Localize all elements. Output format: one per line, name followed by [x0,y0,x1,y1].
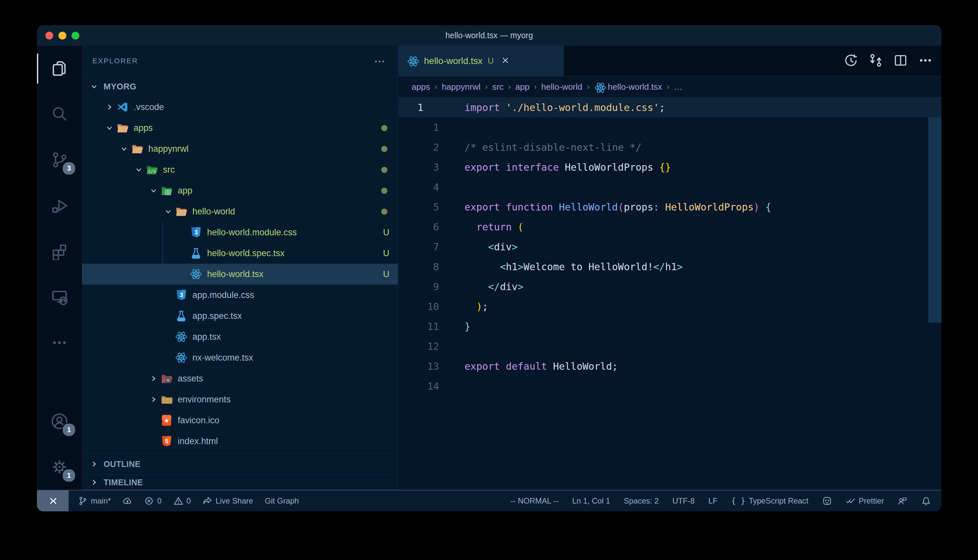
tree-item-hello-world-tsx[interactable]: hello-world.tsxU [82,264,398,285]
tab-hello-world-tsx[interactable]: hello-world.tsx U [398,46,564,76]
zoom-window-button[interactable] [72,32,79,40]
status-encoding[interactable]: UTF-8 [672,497,695,505]
code-line-current[interactable]: 1import './hello-world.module.css'; [398,98,941,117]
status-vim-mode[interactable]: -- NORMAL -- [511,497,558,505]
open-changes-icon[interactable] [868,53,883,69]
code-line[interactable]: 5export function HelloWorld(props: Hello… [398,197,941,217]
panel-outline[interactable]: OUTLINE [82,453,398,475]
code-line[interactable]: 2/* eslint-disable-next-line */ [398,137,941,157]
code-line[interactable]: 3export interface HelloWorldProps {} [398,157,941,177]
code-line[interactable]: 9 </div> [398,277,941,297]
breadcrumb-src[interactable]: src [492,82,504,92]
folder-tan-icon [175,205,187,218]
notifications-icon [921,496,931,506]
activity-item-more-views[interactable] [37,320,82,365]
chevron-right-icon [87,453,101,475]
code-text: export interface HelloWorldProps {} [445,157,671,177]
activity-item-search[interactable] [37,92,82,137]
activity-item-source-control[interactable]: 3 [37,137,82,183]
code-line[interactable]: 7 <div> [398,237,941,257]
close-window-button[interactable] [45,32,53,40]
breadcrumb-separator: › [435,82,437,92]
status-github[interactable] [822,496,832,506]
status-git-graph[interactable]: Git Graph [265,497,299,505]
tree-item-app-tsx[interactable]: app.tsx [82,326,398,347]
more-actions-icon[interactable] [918,53,933,69]
tree-item-happynrwl[interactable]: happynrwl [82,138,398,159]
status-feedback[interactable] [898,496,908,506]
tree-item-favicon-ico[interactable]: ★favicon.ico [82,410,398,431]
tree-item-nx-welcome-tsx[interactable]: nx-welcome.tsx [82,347,398,368]
explorer-more-actions-icon[interactable]: ⋯ [374,58,386,64]
status-sync[interactable] [122,496,132,506]
code-line[interactable]: 14 [398,376,941,396]
breadcrumb-hello-world-tsx[interactable]: hello-world.tsx [594,82,662,92]
code-text: <div> [445,237,518,257]
activity-item-extensions[interactable] [37,228,82,274]
line-number: 9 [398,277,445,297]
line-number: 14 [398,376,445,396]
status-live-share[interactable]: Live Share [202,496,253,506]
status-language-mode[interactable]: { }TypeScript React [731,497,809,505]
status-label: Spaces: 2 [624,497,659,505]
activity-item-remote-explorer[interactable] [37,274,82,320]
status-warnings[interactable]: 0 [174,496,191,506]
code-editor[interactable]: 1import './hello-world.module.css';12/* … [398,98,941,490]
split-editor-icon[interactable] [893,53,908,69]
activity-item-settings[interactable]: 1 [37,444,82,490]
status-formatter[interactable]: Prettier [846,496,884,506]
chevron-spacer [176,264,190,285]
code-line[interactable]: 10 ); [398,297,941,317]
code-line[interactable]: 1 [398,117,941,137]
chevron-spacer [161,285,175,305]
activity-item-accounts[interactable]: 1 [37,398,82,444]
tree-item-index-html[interactable]: 5index.html [82,431,398,452]
code-line[interactable]: 13export default HelloWorld; [398,357,941,376]
tree-item-hello-world-spec-tsx[interactable]: hello-world.spec.tsxU [82,243,398,264]
git-modified-dot [381,208,388,215]
tree-item-apps[interactable]: apps [82,117,398,138]
breadcrumb-app[interactable]: app [515,82,530,92]
workspace-section-header[interactable]: MYORG [82,76,398,97]
tree-item-hello-world-module-css[interactable]: 3hello-world.module.cssU [82,222,398,243]
tree-item-hello-world[interactable]: hello-world [82,201,398,222]
code-line[interactable]: 11} [398,317,941,337]
code-line[interactable]: 6 return ( [398,217,941,237]
breadcrumb-apps[interactable]: apps [411,82,430,92]
breadcrumb-hello-world[interactable]: hello-world [541,82,582,92]
folder-tan-icon [131,143,144,155]
chevron-spacer [176,222,190,243]
svg-text:3: 3 [180,292,183,298]
tree-item-app-spec-tsx[interactable]: app.spec.tsx [82,305,398,326]
remote-indicator[interactable] [37,490,69,512]
tree-item-label: index.html [178,436,218,447]
tree-item-environments[interactable]: environments [82,389,398,410]
tree-item-src[interactable]: </>src [82,159,398,180]
breadcrumb--[interactable]: … [674,82,682,92]
status-eol[interactable]: LF [709,497,718,505]
tree-item-assets[interactable]: ⚙assets [82,368,398,389]
activity-item-run-debug[interactable] [37,183,82,228]
open-timeline-icon[interactable] [843,53,858,69]
close-tab-icon[interactable] [501,56,510,66]
status-cursor-position[interactable]: Ln 1, Col 1 [572,497,610,505]
status-notifications[interactable] [921,496,931,506]
tree-item-app[interactable]: ⚙app [82,180,398,201]
status-indentation[interactable]: Spaces: 2 [624,497,659,505]
breadcrumb-happynrwl[interactable]: happynrwl [441,82,480,92]
tree-item--vscode[interactable]: .vscode [82,97,398,117]
status-branch[interactable]: main* [78,496,111,506]
minimize-window-button[interactable] [59,32,66,40]
tree-item-app-module-css[interactable]: 3app.module.css [82,285,398,305]
panel-label: OUTLINE [104,460,140,469]
panel-timeline[interactable]: TIMELINE [82,475,398,490]
code-line[interactable]: 8 <h1>Welcome to HelloWorld!</h1> [398,257,941,277]
code-text: export function HelloWorld(props: HelloW… [445,197,771,217]
code-line[interactable]: 4 [398,177,941,197]
branch-icon [78,496,87,506]
line-number: 1 [398,98,445,117]
live-share-icon [202,496,212,506]
code-line[interactable]: 12 [398,337,941,357]
activity-item-explorer[interactable] [37,46,82,92]
status-errors[interactable]: 0 [144,496,161,506]
